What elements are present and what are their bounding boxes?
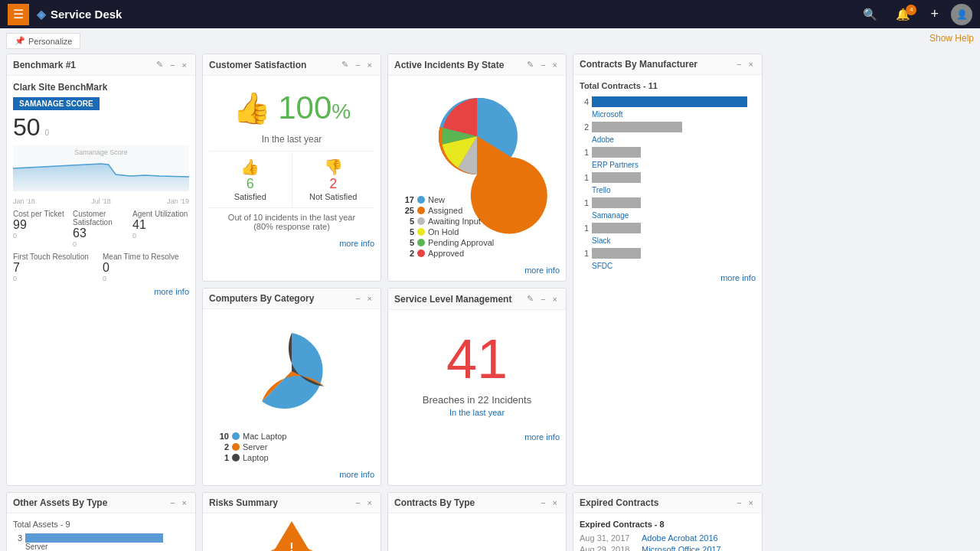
benchmark-header: Benchmark #1 ✎ − × [7, 54, 195, 76]
satisfaction-minimize-btn[interactable]: − [353, 59, 362, 70]
satisfaction-body: 👍 100% In the last year 👍 6 Satisfied 👎 … [203, 76, 381, 254]
slm-edit-btn[interactable]: ✎ [524, 293, 536, 305]
svg-text:!: ! [289, 541, 293, 551]
benchmark-title: Benchmark #1 [13, 60, 154, 70]
legend-pending: 5 Pending Approval [400, 238, 554, 247]
satisfaction-more-info[interactable]: more info [209, 239, 374, 248]
risks-close-btn[interactable]: × [365, 497, 374, 508]
metric-sat-label: Customer Satisfaction [73, 210, 129, 227]
mfr-count: 4 [580, 97, 589, 106]
expired-date: Aug 31, 2017 [580, 533, 637, 543]
incidents-minimize-btn[interactable]: − [538, 59, 547, 70]
satisfaction-close-btn[interactable]: × [365, 59, 374, 70]
expired-contract-name[interactable]: Adobe Acrobat 2016 [642, 533, 718, 543]
manufacturer-name[interactable]: Slack [592, 236, 756, 245]
metric-mtr: Mean Time to Resolve 0 0 [103, 253, 189, 282]
other-assets-close-btn[interactable]: × [180, 497, 189, 508]
metric-ftr-label: First Touch Resolution [13, 253, 100, 261]
slm-more-info[interactable]: more info [394, 432, 560, 442]
metric-mtr-sub: 0 [103, 275, 189, 282]
benchmark-edit-btn[interactable]: ✎ [154, 59, 165, 70]
total-assets-label: Total Assets - 9 [13, 520, 189, 529]
metric-util-label: Agent Utilization [132, 210, 189, 218]
asset-count: 3 [13, 533, 22, 543]
manufacturer-bar-row: 4 [580, 96, 756, 107]
slm-minimize-btn[interactable]: − [538, 293, 547, 305]
slm-breaches: Breaches in 22 Incidents [394, 394, 560, 406]
expired-contract-row: Aug 29, 2018 Microsoft Office 2017 [580, 545, 756, 551]
contracts-mfr-close-btn[interactable]: × [746, 59, 756, 70]
asset-bar-container: 3 [13, 533, 189, 543]
add-button[interactable]: + [930, 6, 939, 22]
risks-minimize-btn[interactable]: − [353, 497, 362, 508]
mfr-bar-bg [592, 223, 756, 233]
thumbs-up-icon: 👍 [233, 90, 271, 126]
manufacturer-name[interactable]: Samanage [592, 211, 756, 220]
contracts-manufacturer-widget: Contracts By Manufacturer − × Total Cont… [573, 54, 763, 486]
manufacturer-name[interactable]: Trello [592, 186, 756, 194]
metrics-grid2: First Touch Resolution 7 0 Mean Time to … [13, 253, 189, 282]
other-assets-minimize-btn[interactable]: − [168, 497, 177, 508]
slm-close-btn[interactable]: × [550, 293, 560, 305]
benchmark-more-info[interactable]: more info [13, 287, 189, 296]
contracts-mfr-minimize-btn[interactable]: − [734, 59, 743, 70]
manufacturer-bar-row: 1 [580, 147, 756, 158]
manufacturer-bars: 4 Microsoft 2 Adobe 1 ERP Partners 1 Tre… [580, 96, 756, 270]
metric-ftr-value: 7 [13, 261, 100, 275]
user-avatar[interactable]: 👤 [951, 4, 972, 25]
satisfaction-edit-btn[interactable]: ✎ [339, 59, 351, 70]
expired-title: Expired Contracts [580, 497, 734, 508]
total-contracts-label: Total Contracts - 11 [580, 81, 756, 90]
incidents-close-btn[interactable]: × [550, 59, 560, 70]
manufacturer-name[interactable]: Adobe [592, 135, 756, 144]
assigned-dot [417, 207, 425, 214]
mfr-bar [592, 197, 641, 208]
not-satisfied-thumb-icon: 👎 [296, 158, 372, 176]
contracts-type-close-btn[interactable]: × [550, 497, 560, 508]
contracts-mfr-more-info[interactable]: more info [580, 273, 756, 282]
metric-mtr-value: 0 [103, 261, 189, 275]
expired-close-btn[interactable]: × [746, 497, 756, 508]
manufacturer-name[interactable]: Microsoft [592, 110, 756, 119]
menu-button[interactable]: ☰ [8, 4, 29, 25]
mfr-bar [592, 96, 747, 107]
contracts-type-minimize-btn[interactable]: − [538, 497, 547, 508]
satisfaction-percentage: 100 [278, 90, 332, 126]
manufacturer-name[interactable]: SFDC [592, 262, 756, 270]
metric-cost: Cost per Ticket 99 0 [13, 210, 70, 248]
incidents-pie-chart [394, 82, 560, 191]
awaiting-dot [417, 217, 425, 225]
search-button[interactable]: 🔍 [860, 8, 880, 21]
mfr-count: 1 [580, 198, 589, 207]
avatar-icon: 👤 [956, 9, 968, 20]
asset-name: Server [25, 543, 189, 551]
expired-contract-name[interactable]: Microsoft Office 2017 [642, 545, 721, 551]
computers-minimize-btn[interactable]: − [353, 293, 362, 304]
manufacturer-name[interactable]: ERP Partners [592, 161, 756, 169]
computers-more-info[interactable]: more info [209, 470, 374, 479]
show-help-link[interactable]: Show Help [929, 33, 974, 49]
asset-bar-row: 3 Server [13, 533, 189, 551]
percent-symbol: % [332, 99, 351, 123]
risks-title: Risks Summary [209, 497, 353, 508]
expired-minimize-btn[interactable]: − [734, 497, 743, 508]
incidents-more-info[interactable]: more info [394, 266, 560, 275]
satisfied-count[interactable]: 6 [212, 176, 289, 192]
chart-date-1: Jan '18 [13, 197, 35, 205]
search-icon[interactable]: 🔍 [863, 8, 877, 21]
benchmark-minimize-btn[interactable]: − [168, 59, 177, 70]
notifications-button[interactable]: 🔔 4 [893, 8, 913, 21]
computers-body: 10 Mac Laptop 2 Server 1 Laptop [203, 309, 381, 485]
legend-approved: 2 Approved [400, 249, 554, 258]
benchmark-close-btn[interactable]: × [180, 59, 189, 70]
risks-body: ! [203, 514, 381, 551]
app-title: Service Desk [51, 8, 122, 21]
not-satisfied-count[interactable]: 2 [296, 176, 372, 192]
risks-actions: − × [353, 497, 374, 508]
satisfaction-actions: ✎ − × [339, 59, 374, 70]
personalize-button[interactable]: 📌 Personalize [6, 33, 80, 49]
pushpin-icon: 📌 [15, 36, 25, 46]
computers-close-btn[interactable]: × [365, 293, 374, 304]
incidents-edit-btn[interactable]: ✎ [524, 59, 536, 70]
legend-laptop: 1 Laptop [215, 453, 368, 462]
